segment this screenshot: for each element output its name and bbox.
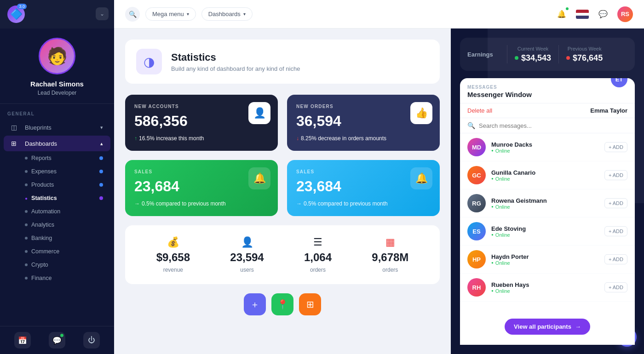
card-change-text: 16.5% increase this month [139, 135, 204, 142]
sidebar-item-blueprints[interactable]: ◫ Blueprints ▾ [4, 120, 110, 135]
stat-label: orders [382, 267, 398, 273]
notifications-button[interactable]: 🔔 [554, 6, 569, 22]
contact-avatar: GC [467, 166, 486, 184]
sidebar-item-products[interactable]: Products [4, 178, 110, 191]
thumbsup-icon: 👍 [415, 107, 428, 119]
contact-status: Online [491, 148, 599, 154]
contact-item[interactable]: RH Rueben Hays Online + ADD [460, 274, 635, 302]
stat-label: users [240, 267, 253, 273]
green-dot [515, 56, 518, 60]
new-orders-card: NEW ORDERS 36,594 ↓ 8.25% decrease in or… [287, 95, 440, 151]
contact-item[interactable]: RG Rowena Geistmann Online + ADD [460, 189, 635, 217]
sidebar-item-commerce[interactable]: Commerce [4, 245, 110, 258]
language-button[interactable] [576, 10, 589, 19]
badge-dot [99, 170, 103, 173]
logo-icon[interactable]: 🔷 3.0 [7, 6, 25, 23]
stat-value: 23,594 [230, 251, 264, 264]
view-all-label: View all participants [514, 323, 571, 330]
location-icon: 📍 [277, 299, 288, 310]
contact-item[interactable]: HP Haydn Porter Online + ADD [460, 246, 635, 274]
dot-icon [25, 250, 28, 253]
sidebar-sub-label: Reports [31, 155, 52, 161]
add-contact-button[interactable]: + ADD [604, 226, 627, 236]
sidebar-item-statistics[interactable]: ● Statistics [4, 192, 110, 205]
sidebar-item-automation[interactable]: Automation [4, 205, 110, 218]
contact-info: Ede Stoving Online [491, 225, 599, 238]
sidebar-sub-label: Automation [31, 208, 60, 215]
add-contact-button[interactable]: + ADD [604, 198, 627, 208]
collapse-button[interactable]: ⌄ [96, 7, 109, 20]
contact-name: Emma Taylor [590, 107, 627, 114]
orders-icon: ☰ [313, 236, 322, 248]
card-icon: 👍 [410, 102, 432, 124]
contact-name: Gunilla Canario [491, 169, 599, 176]
card-icon: 👤 [248, 102, 270, 124]
cards-grid: NEW ACCOUNTS 586,356 ↑ 16.5% increase th… [125, 95, 440, 216]
contact-avatar: RH [467, 278, 486, 297]
logo-badge: 3.0 [17, 4, 27, 9]
contact-status: Online [491, 232, 599, 238]
add-contact-button[interactable]: + ADD [604, 142, 627, 152]
add-contact-button[interactable]: + ADD [604, 282, 627, 292]
power-button[interactable]: ⏻ [83, 332, 100, 348]
search-input[interactable] [479, 122, 627, 129]
messenger-section: ET MESSAGES Messenger Window Delete all … [460, 78, 635, 345]
chart-icon: ◑ [144, 54, 155, 69]
contact-avatar: RG [467, 194, 486, 212]
earnings-label: Earnings [467, 51, 500, 58]
dot-icon [25, 170, 28, 173]
chevron-down-icon: ▾ [243, 11, 246, 17]
messages-button[interactable]: 💬 [595, 6, 611, 22]
add-contact-button[interactable]: + ADD [604, 170, 627, 180]
sidebar-item-finance[interactable]: Finance [4, 272, 110, 285]
contact-status: Online [491, 204, 599, 210]
chat-icon: 💬 [52, 336, 62, 345]
main-content: ◑ Statistics Build any kind of dashboard… [114, 29, 451, 354]
power-icon: ⏻ [88, 336, 95, 344]
notification-badge [565, 6, 569, 11]
sidebar-sub-label: Banking [31, 235, 52, 241]
contact-item[interactable]: MD Munroe Dacks Online + ADD [460, 133, 635, 161]
user-avatar[interactable]: RS [617, 6, 633, 22]
add-contact-button[interactable]: + ADD [604, 254, 627, 264]
search-button[interactable]: 🔍 [125, 7, 140, 22]
sidebar: 🔷 3.0 ⌄ 🧑 Rachael Simons Lead Developer … [0, 0, 114, 354]
view-all-participants-button[interactable]: View all participants → [505, 319, 590, 335]
delete-all-button[interactable]: Delete all [467, 107, 492, 114]
stats-hero-card: ◑ Statistics Build any kind of dashboard… [125, 40, 440, 84]
contact-item[interactable]: ES Ede Stoving Online + ADD [460, 217, 635, 246]
sidebar-sub-label: Analytics [31, 222, 54, 228]
table-action-button[interactable]: ⊞ [299, 293, 321, 315]
blueprints-icon: ◫ [11, 124, 20, 131]
contact-name: Rowena Geistmann [491, 197, 599, 204]
mega-menu-button[interactable]: Mega menu ▾ [145, 7, 196, 21]
sidebar-item-label: Blueprints [25, 124, 52, 131]
chat-button[interactable]: 💬 [49, 332, 65, 348]
stat-value: 1,064 [304, 251, 332, 264]
sidebar-item-banking[interactable]: Banking [4, 232, 110, 245]
dot-icon [25, 277, 28, 280]
sidebar-item-reports[interactable]: Reports [4, 152, 110, 165]
contact-info: Rowena Geistmann Online [491, 197, 599, 210]
dashboards-button[interactable]: Dashboards ▾ [201, 7, 253, 21]
sidebar-sub-label: Finance [31, 275, 52, 281]
earnings-value: $76,645 [566, 53, 603, 63]
calendar-button[interactable]: 📅 [14, 332, 31, 348]
sidebar-item-crypto[interactable]: Crypto [4, 258, 110, 271]
previous-week-earnings: Previous Week $76,645 [566, 46, 603, 63]
sidebar-item-expenses[interactable]: Expenses [4, 165, 110, 178]
contact-item[interactable]: GC Gunilla Canario Online + ADD [460, 161, 635, 189]
users-icon: 👤 [241, 236, 253, 248]
messenger-actions: Delete all Emma Taylor [460, 103, 635, 118]
grid-icon: ▦ [385, 236, 395, 248]
card-change-text: 8.25% decrease in orders amounts [301, 135, 386, 142]
sales-blue-card: SALES 23,684 → 0.5% compared to previous… [287, 160, 440, 216]
sidebar-item-analytics[interactable]: Analytics [4, 218, 110, 231]
badge-dot [99, 196, 103, 200]
dot-icon [25, 157, 28, 160]
badge-dot [99, 183, 103, 187]
add-action-button[interactable]: ＋ [244, 293, 266, 315]
action-buttons: ＋ 📍 ⊞ [125, 293, 440, 315]
location-action-button[interactable]: 📍 [271, 293, 293, 315]
sidebar-item-dashboards[interactable]: ⊞ Dashboards ▴ [4, 136, 110, 151]
